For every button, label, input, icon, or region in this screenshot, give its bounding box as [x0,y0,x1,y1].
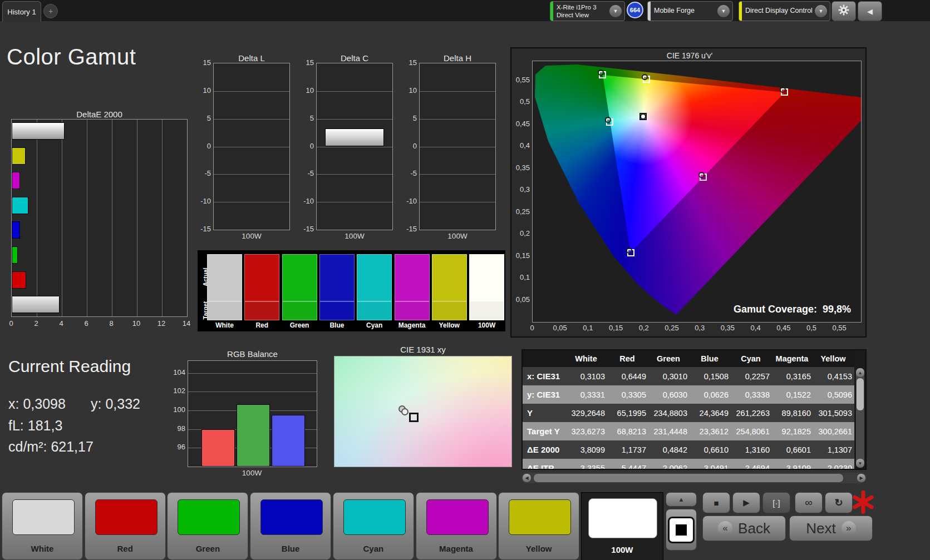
y-tick-label: 100 [168,405,185,414]
deltae-bar-yellow [12,147,26,165]
x-tick-label: 0,05 [549,324,571,332]
scroll-right-button[interactable]: ▶ [857,474,865,482]
x-tick-label: 0,45 [772,324,795,332]
x-tick-label: 100W [188,469,316,477]
delta_h-title: Delta H [419,53,496,63]
swatch-label: Blue [316,321,358,329]
y-tick-label: 0,05 [511,295,530,304]
table-cell: 0,4153 [814,367,855,385]
delta_l-chart [213,63,290,230]
actual-swatch [432,254,467,301]
y-tick-label: -10 [399,197,417,205]
pattern-button-white[interactable]: White [2,492,83,560]
swatch-column-blue: Blue [319,250,355,331]
rgb-balance-chart [188,360,317,467]
gridline [420,202,495,202]
x-tick-label: 0,2 [633,324,655,332]
settings-button[interactable] [831,1,856,21]
gridline [188,373,317,374]
pattern-swatch [343,499,406,535]
table-cell: 23,3612 [691,422,732,440]
scrollbar-thumb[interactable] [857,378,864,410]
continuous-measure-button[interactable]: ∞ [795,492,823,513]
chevron-down-icon: ▼ [717,5,730,17]
deltae-bar-100w [12,122,65,140]
back-button[interactable]: « Back [702,516,786,541]
target-swatch [469,301,504,320]
y-tick-label: 0,5 [511,97,530,106]
y-tick-label: 104 [168,368,185,376]
topbar: History 1 + X-Rite i1Pro 3 Direct View ▼… [0,0,930,21]
y-tick-label: 0 [296,142,314,150]
gridline [214,91,289,92]
table-cell: 89,8160 [773,404,814,422]
cie-actual-marker-yellow [642,74,648,80]
gridline [214,174,289,175]
gridline [317,119,392,120]
column-header: Cyan [732,350,773,367]
delta_h-chart [419,63,496,230]
table-cell: 323,6273 [567,422,608,440]
table-horizontal-scrollbar[interactable]: ◀ ▶ [521,473,867,483]
reading-fl: fL: 181,3 [8,418,62,434]
pattern-swatch [260,499,323,535]
deltae-bar-green [12,246,18,264]
y-tick-label: 0,3 [511,185,530,194]
x-tick-label: 4 [55,319,68,328]
column-header [523,350,567,367]
delta_c-bar [325,128,384,147]
pattern-button-red[interactable]: Red [85,492,166,560]
play-button[interactable]: ▶ [732,492,760,513]
add-tab-button[interactable]: + [43,4,58,18]
x-tick-label: 100W [316,232,393,240]
stop-button[interactable]: ■ [702,492,730,513]
next-button[interactable]: Next » [789,516,873,541]
source-dropdown-label: Mobile Forge [651,7,717,16]
y-tick-label: 5 [296,114,314,122]
actual-swatch [395,254,430,301]
x-tick-label: 0,25 [661,324,683,332]
pattern-button-label: White [2,544,82,553]
x-tick-label: 6 [80,319,93,328]
pattern-button-label: Red [85,544,165,553]
table-cell: 68,8213 [608,422,649,440]
actual-swatch [469,254,504,301]
meter-dropdown[interactable]: X-Rite i1Pro 3 Direct View ▼ [550,1,625,21]
pattern-window-mode-button[interactable]: [·] [762,492,790,513]
pattern-button-cyan[interactable]: Cyan [333,492,414,560]
scroll-left-button[interactable]: ◀ [523,474,531,482]
scroll-up-button[interactable]: ▲ [856,368,864,377]
actual-swatch [282,254,317,301]
pattern-button-green[interactable]: Green [167,492,248,560]
next-label: Next [806,520,835,537]
table-vertical-scrollbar[interactable] [856,368,864,468]
scrollbar-thumb[interactable] [534,474,843,482]
workflow-dropdown[interactable]: Direct Display Control ▼ [739,1,830,21]
pattern-button-blue[interactable]: Blue [250,492,331,560]
table-cell: 3,9109 [773,459,814,470]
refresh-icon: ↻ [834,497,843,509]
table-cell: 3,0491 [691,459,732,470]
source-dropdown[interactable]: Mobile Forge ▼ [647,1,733,21]
infinity-icon: ∞ [805,497,813,509]
gridline [420,147,495,147]
pattern-window-button[interactable] [666,509,697,551]
pattern-size-up-button[interactable]: ▲ [666,492,697,507]
pattern-swatch [178,499,240,535]
history-tab[interactable]: History 1 [2,1,41,22]
reading-count-badge[interactable]: 664 [627,2,643,18]
x-tick-label: 0,5 [800,324,823,332]
table-cell: 0,3165 [773,367,814,385]
pattern-button-100w[interactable]: 100W [581,492,663,560]
y-tick-label: 0,35 [511,163,530,172]
pattern-swatch [588,498,657,538]
scroll-down-button[interactable]: ▼ [856,459,864,468]
pattern-button-magenta[interactable]: Magenta [416,492,497,560]
gamut-coverage-readout: Gamut Coverage: 99,8% [734,304,851,315]
collapse-panel-button[interactable]: ◀ [858,1,882,21]
refresh-button[interactable]: ↻ [825,492,853,513]
target-swatch [207,301,242,320]
pattern-button-yellow[interactable]: Yellow [498,492,579,560]
next-arrows-icon: » [842,521,856,536]
swatch-column-magenta: Magenta [395,250,430,331]
